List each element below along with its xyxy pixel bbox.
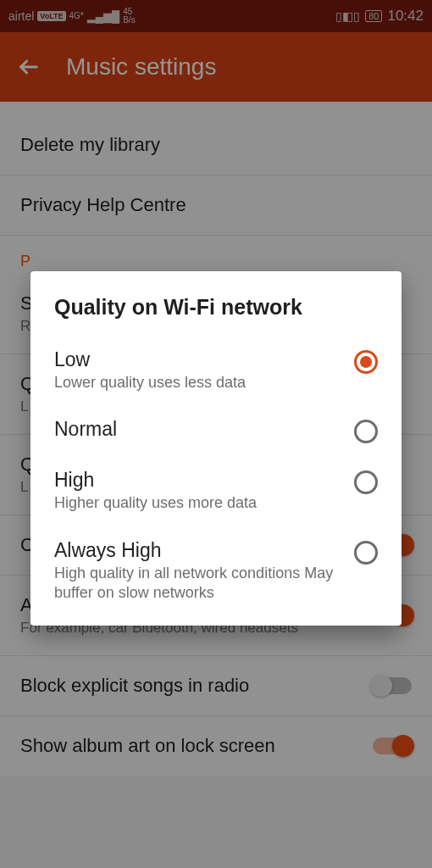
option-normal[interactable]: Normal <box>54 408 378 459</box>
option-always-high[interactable]: Always High High quality in all network … <box>54 529 378 609</box>
radio-normal[interactable] <box>354 420 378 443</box>
quality-dialog: Quality on Wi-Fi network Low Lower quali… <box>30 271 402 626</box>
radio-always-high[interactable] <box>354 541 378 565</box>
option-low[interactable]: Low Lower quality uses less data <box>54 338 378 408</box>
radio-high[interactable] <box>354 470 378 494</box>
dialog-title: Quality on Wi-Fi network <box>54 295 378 320</box>
option-high[interactable]: High Higher quality uses more data <box>54 459 378 528</box>
radio-low[interactable] <box>354 350 378 374</box>
